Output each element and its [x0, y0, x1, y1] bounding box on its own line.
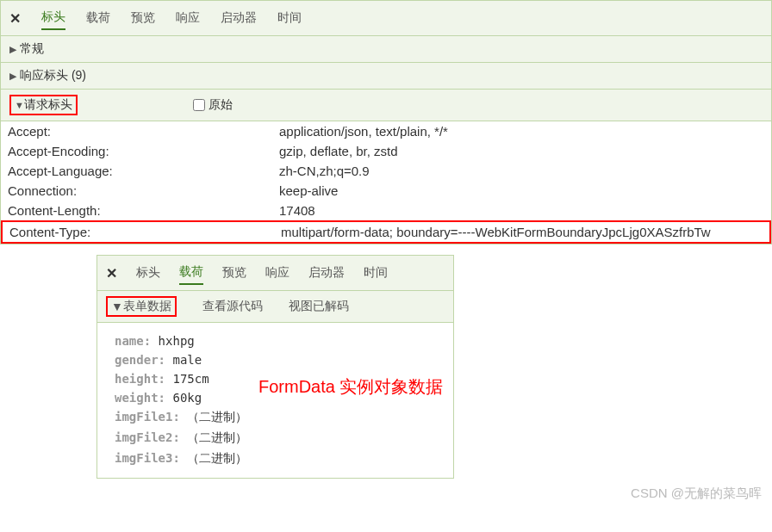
header-key: Accept-Language:	[8, 164, 279, 178]
header-key: Accept:	[8, 124, 279, 139]
formdata-body: name: hxhpg gender: male height: 175cm w…	[97, 323, 453, 478]
tab-payload[interactable]: 载荷	[179, 261, 203, 285]
section-general[interactable]: ▶ 常规	[1, 36, 771, 63]
triangle-right-icon: ▶	[9, 71, 16, 82]
tab-headers[interactable]: 标头	[136, 262, 160, 284]
header-row: Content-Length: 17408	[1, 201, 771, 220]
view-source-link[interactable]: 查看源代码	[202, 299, 263, 314]
header-value: gzip, deflate, br, zstd	[279, 144, 764, 158]
form-value: （二进制）	[187, 410, 247, 424]
form-field-row: name: hxhpg	[115, 331, 436, 350]
header-value: 17408	[279, 203, 764, 218]
tab-initiator[interactable]: 启动器	[221, 7, 257, 29]
raw-checkbox-wrap: 原始	[193, 97, 233, 113]
close-icon[interactable]: ✕	[9, 10, 21, 27]
header-value: application/json, text/plain, */*	[279, 124, 764, 139]
formdata-section-row: ▼ 表单数据 查看源代码 视图已解码	[97, 291, 453, 323]
header-key: Accept-Encoding:	[8, 144, 279, 158]
triangle-down-icon: ▼	[111, 300, 123, 313]
tab-response[interactable]: 响应	[265, 262, 290, 284]
close-icon[interactable]: ✕	[106, 265, 117, 281]
view-decoded-link[interactable]: 视图已解码	[289, 299, 349, 314]
form-value: male	[172, 353, 202, 367]
highlight-box: ▼ 表单数据	[106, 296, 177, 317]
tab-timing[interactable]: 时间	[277, 7, 302, 29]
devtools-top-panel: ✕ 标头 载荷 预览 响应 启动器 时间 ▶ 常规 ▶ 响应标头 (9) ▼ 请…	[0, 0, 772, 244]
section-general-label: 常规	[20, 41, 44, 57]
form-value: hxhpg	[159, 334, 195, 348]
form-value: （二进制）	[187, 430, 247, 444]
section-response-headers-label: 响应标头 (9)	[20, 68, 86, 84]
header-value: multipart/form-data; boundary=----WebKit…	[281, 225, 763, 239]
tab-preview[interactable]: 预览	[222, 262, 246, 284]
raw-label: 原始	[209, 97, 233, 113]
form-key: imgFile3:	[115, 451, 180, 465]
request-headers-list: Accept: application/json, text/plain, */…	[1, 121, 771, 244]
form-field-row: gender: male	[115, 350, 436, 369]
form-field-row: imgFile2: （二进制）	[115, 428, 436, 448]
header-key: Connection:	[8, 183, 279, 198]
header-value: keep-alive	[279, 183, 764, 198]
tab-initiator[interactable]: 启动器	[308, 262, 345, 284]
form-field-row: imgFile3: （二进制）	[115, 448, 436, 469]
devtools-bottom-panel: ✕ 标头 载荷 预览 响应 启动器 时间 ▼ 表单数据 查看源代码 视图已解码 …	[96, 255, 454, 479]
section-response-headers[interactable]: ▶ 响应标头 (9)	[1, 63, 771, 90]
tab-preview[interactable]: 预览	[131, 7, 155, 29]
section-request-headers[interactable]: ▼ 请求标头 原始	[1, 90, 771, 121]
form-field-row: imgFile1: （二进制）	[115, 407, 436, 428]
triangle-down-icon: ▼	[15, 100, 24, 110]
formdata-label: 表单数据	[123, 299, 171, 314]
header-value: zh-CN,zh;q=0.9	[279, 164, 764, 178]
form-key: imgFile2:	[115, 430, 180, 444]
form-key: height:	[115, 372, 165, 386]
form-key: weight:	[115, 391, 165, 405]
form-key: gender:	[115, 353, 165, 367]
header-key: Content-Type:	[9, 225, 281, 239]
form-key: imgFile1:	[115, 410, 180, 424]
tab-timing[interactable]: 时间	[364, 262, 388, 284]
highlight-box: ▼ 请求标头	[9, 95, 78, 115]
header-row: Accept-Encoding: gzip, deflate, br, zstd	[1, 141, 771, 161]
watermark-text: CSDN @无解的菜鸟晖	[0, 479, 772, 505]
header-key: Content-Length:	[8, 203, 279, 218]
tab-payload[interactable]: 载荷	[86, 7, 110, 29]
form-value: （二进制）	[187, 451, 247, 465]
tab-headers[interactable]: 标头	[41, 6, 65, 30]
annotation-text: FormData 实例对象数据	[258, 375, 443, 399]
bottom-tabs-bar: ✕ 标头 载荷 预览 响应 启动器 时间	[97, 256, 453, 291]
top-tabs-bar: ✕ 标头 载荷 预览 响应 启动器 时间	[1, 1, 771, 36]
raw-checkbox[interactable]	[193, 99, 205, 111]
header-row: Connection: keep-alive	[1, 181, 771, 201]
form-value: 175cm	[172, 372, 209, 386]
form-key: name:	[115, 334, 151, 348]
header-row-content-type: Content-Type: multipart/form-data; bound…	[1, 220, 771, 244]
section-request-headers-label: 请求标头	[24, 97, 72, 113]
triangle-right-icon: ▶	[9, 44, 16, 55]
tab-response[interactable]: 响应	[176, 7, 200, 29]
header-row: Accept-Language: zh-CN,zh;q=0.9	[1, 161, 771, 181]
header-row: Accept: application/json, text/plain, */…	[1, 121, 771, 141]
form-value: 60kg	[172, 391, 202, 405]
